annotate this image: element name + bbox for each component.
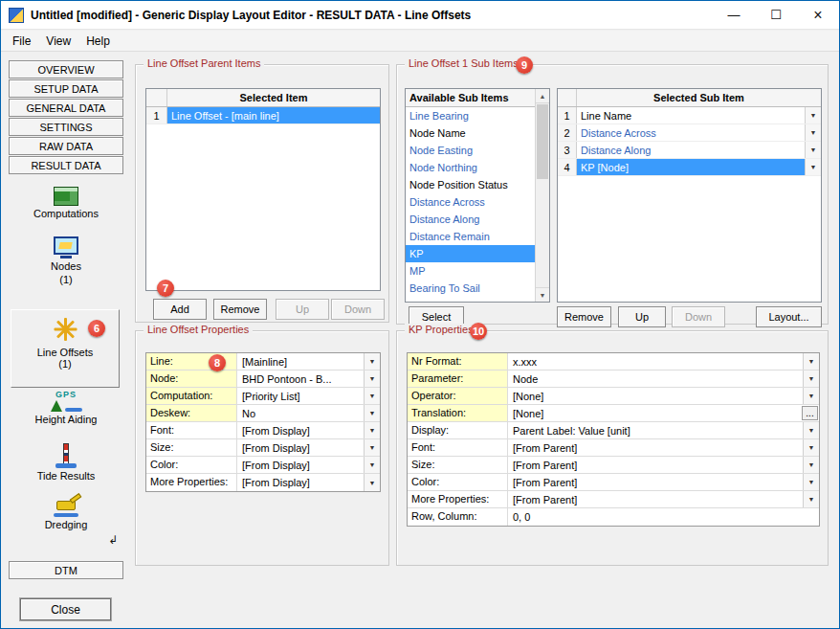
sub-item-value-selected[interactable]: KP [Node] bbox=[577, 159, 805, 175]
property-value[interactable]: Node bbox=[508, 371, 803, 387]
list-item[interactable]: Node Name bbox=[406, 124, 535, 142]
property-value[interactable]: Parent Label: Value [unit] bbox=[508, 422, 803, 438]
scroll-down-icon[interactable]: ▼ bbox=[536, 287, 549, 302]
dropdown-arrow-icon[interactable]: ▼ bbox=[364, 405, 380, 421]
minimize-button[interactable]: — bbox=[713, 1, 755, 29]
list-item[interactable]: MP bbox=[406, 262, 535, 280]
parent-item-value[interactable]: Line Offset - [main line] bbox=[167, 107, 380, 124]
menu-help[interactable]: Help bbox=[78, 33, 118, 50]
dropdown-arrow-icon[interactable]: ▼ bbox=[803, 439, 819, 456]
property-value[interactable]: [From Display] bbox=[237, 474, 364, 491]
property-value[interactable]: [None] bbox=[508, 388, 803, 404]
dropdown-arrow-icon[interactable]: ▼ bbox=[803, 422, 819, 438]
group-title: Line Offset Parent Items bbox=[144, 57, 264, 69]
sidebar-item-setup-data[interactable]: SETUP DATA bbox=[9, 79, 123, 98]
property-value[interactable]: No bbox=[237, 405, 364, 421]
dropdown-arrow-icon[interactable]: ▼ bbox=[805, 107, 821, 124]
down-button[interactable]: Down bbox=[672, 306, 725, 327]
maximize-button[interactable]: ☐ bbox=[755, 1, 797, 29]
scrollbar-thumb[interactable] bbox=[537, 104, 548, 179]
menu-file[interactable]: File bbox=[5, 33, 38, 50]
dropdown-arrow-icon[interactable]: ▼ bbox=[803, 353, 819, 370]
menu-view[interactable]: View bbox=[38, 33, 78, 50]
sub-item-value[interactable]: Distance Along bbox=[577, 142, 805, 158]
close-window-button[interactable]: × bbox=[797, 1, 839, 29]
sidebar-item-overview[interactable]: OVERVIEW bbox=[9, 60, 123, 79]
remove-button[interactable]: Remove bbox=[557, 306, 611, 327]
list-item[interactable]: Node Position Status bbox=[406, 176, 535, 193]
table-row[interactable]: 1 Line Name ▼ bbox=[558, 107, 821, 124]
sidebar-tool-line-offsets[interactable]: Line Offsets (1) 6 bbox=[11, 309, 120, 388]
up-button[interactable]: Up bbox=[618, 306, 666, 327]
sub-item-value[interactable]: Line Name bbox=[577, 107, 805, 124]
property-value[interactable]: BHD Pontoon - B... bbox=[237, 371, 364, 387]
property-label: Row, Column: bbox=[408, 508, 508, 526]
dropdown-arrow-icon[interactable]: ▼ bbox=[805, 159, 821, 175]
property-value[interactable]: [From Display] bbox=[237, 422, 364, 438]
property-value[interactable]: [From Parent] bbox=[508, 439, 803, 456]
group-title: Line Offset 1 Sub Items bbox=[405, 57, 522, 69]
dropdown-arrow-icon[interactable]: ▼ bbox=[364, 422, 380, 438]
more-tools-arrow-icon[interactable]: ↲ bbox=[108, 533, 118, 547]
sidebar-item-result-data[interactable]: RESULT DATA bbox=[9, 156, 123, 174]
dropdown-arrow-icon[interactable]: ▼ bbox=[803, 371, 819, 387]
dropdown-arrow-icon[interactable]: ▼ bbox=[364, 474, 380, 491]
sidebar-tool-computations[interactable]: Computations bbox=[9, 187, 123, 219]
up-button[interactable]: Up bbox=[276, 299, 329, 320]
row-number: 4 bbox=[558, 159, 577, 175]
close-button[interactable]: Close bbox=[20, 598, 111, 620]
dropdown-arrow-icon[interactable]: ▼ bbox=[803, 474, 819, 490]
property-value[interactable]: 0, 0 bbox=[508, 508, 819, 526]
dropdown-arrow-icon[interactable]: ▼ bbox=[364, 439, 380, 456]
dropdown-arrow-icon[interactable]: ▼ bbox=[803, 457, 819, 473]
table-row[interactable]: 2 Distance Across ▼ bbox=[558, 124, 821, 142]
dropdown-arrow-icon[interactable]: ▼ bbox=[364, 457, 380, 473]
remove-button[interactable]: Remove bbox=[213, 299, 267, 320]
down-button[interactable]: Down bbox=[331, 299, 385, 320]
list-item-selected[interactable]: KP bbox=[406, 245, 535, 262]
dropdown-arrow-icon[interactable]: ▼ bbox=[364, 388, 380, 404]
list-item[interactable]: Node Easting bbox=[406, 142, 535, 159]
sidebar-tool-dredging[interactable]: Dredging bbox=[9, 501, 123, 530]
annotation-badge-9: 9 bbox=[516, 56, 533, 74]
sidebar-item-general-data[interactable]: GENERAL DATA bbox=[9, 99, 123, 117]
sub-item-value[interactable]: Distance Across bbox=[577, 124, 805, 141]
dropdown-arrow-icon[interactable]: ▼ bbox=[803, 388, 819, 404]
property-value[interactable]: [None] bbox=[508, 405, 801, 421]
sidebar-tool-height-aiding[interactable]: GPS Height Aiding bbox=[9, 390, 123, 425]
sidebar-tool-tide-results[interactable]: Tide Results bbox=[9, 443, 123, 482]
sidebar-tool-dtm[interactable]: DTM bbox=[9, 561, 123, 579]
table-row[interactable]: 3 Distance Along ▼ bbox=[558, 142, 821, 159]
property-value[interactable]: [From Parent] bbox=[508, 474, 803, 490]
list-item[interactable]: Line Bearing bbox=[406, 107, 535, 124]
scroll-up-icon[interactable]: ▲ bbox=[536, 89, 549, 103]
property-value[interactable]: [Mainline] bbox=[237, 353, 364, 370]
table-row[interactable]: 4 KP [Node] ▼ bbox=[558, 159, 821, 176]
vertical-scrollbar[interactable]: ▲ ▼ bbox=[535, 89, 549, 302]
table-row[interactable]: 1 Line Offset - [main line] bbox=[146, 107, 380, 124]
property-value[interactable]: [From Display] bbox=[237, 457, 364, 473]
list-item[interactable]: Distance Along bbox=[406, 211, 535, 228]
property-value[interactable]: [From Parent] bbox=[508, 457, 803, 473]
dropdown-arrow-icon[interactable]: ▼ bbox=[805, 142, 821, 158]
dropdown-arrow-icon[interactable]: ▼ bbox=[364, 353, 380, 370]
ellipsis-button[interactable]: ... bbox=[802, 406, 818, 420]
add-button[interactable]: Add bbox=[153, 299, 207, 320]
dropdown-arrow-icon[interactable]: ▼ bbox=[805, 124, 821, 141]
list-item[interactable]: Distance Remain bbox=[406, 228, 535, 245]
property-value[interactable]: [From Display] bbox=[237, 439, 364, 456]
sidebar-item-settings[interactable]: SETTINGS bbox=[9, 118, 123, 136]
property-value[interactable]: [Priority List] bbox=[237, 388, 364, 404]
sidebar-item-raw-data[interactable]: RAW DATA bbox=[9, 137, 123, 155]
list-item[interactable]: Bearing To Sail bbox=[406, 280, 535, 297]
layout-button[interactable]: Layout... bbox=[756, 306, 822, 327]
list-item[interactable]: Node Northing bbox=[406, 159, 535, 176]
list-item[interactable]: Distance Across bbox=[406, 193, 535, 211]
property-value[interactable]: x.xxx bbox=[508, 353, 803, 370]
dropdown-arrow-icon[interactable]: ▼ bbox=[364, 371, 380, 387]
property-value[interactable]: [From Parent] bbox=[508, 491, 803, 507]
sidebar-tool-nodes[interactable]: Nodes (1) bbox=[9, 236, 123, 285]
row-number: 2 bbox=[558, 124, 577, 141]
tool-label: Height Aiding bbox=[9, 414, 123, 425]
dropdown-arrow-icon[interactable]: ▼ bbox=[803, 491, 819, 507]
